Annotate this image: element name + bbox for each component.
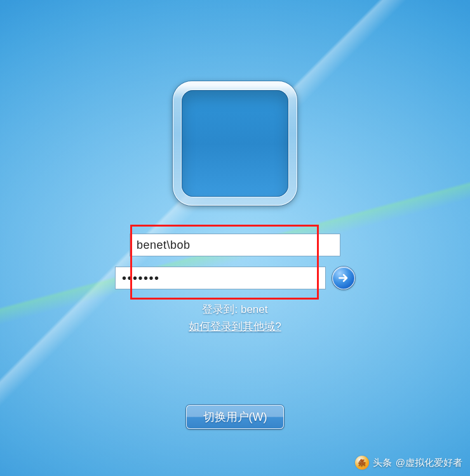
submit-arrow-button[interactable] — [332, 267, 355, 289]
watermark-label: 头条 — [373, 457, 392, 469]
password-input[interactable] — [115, 267, 326, 289]
watermark-badge-icon: 条 — [355, 456, 369, 470]
username-input[interactable] — [130, 234, 340, 256]
switch-user-button[interactable]: 切换用户(W) — [186, 405, 284, 429]
user-avatar-placeholder — [182, 90, 288, 197]
watermark-author: @虚拟化爱好者 — [396, 457, 462, 469]
password-row — [115, 267, 355, 289]
arrow-right-icon — [337, 272, 350, 284]
username-row — [130, 234, 340, 256]
login-form: 登录到: benet 如何登录到其他域? 切换用户(W) — [0, 234, 470, 429]
login-hints: 登录到: benet 如何登录到其他域? — [189, 302, 281, 334]
login-domain-line: 登录到: benet — [189, 302, 281, 317]
login-domain-name: benet — [241, 303, 268, 315]
login-to-prefix: 登录到: — [202, 303, 238, 315]
watermark: 条 头条 @虚拟化爱好者 — [355, 456, 462, 470]
user-avatar-frame — [173, 81, 297, 206]
other-domain-help-link[interactable]: 如何登录到其他域? — [189, 319, 281, 334]
